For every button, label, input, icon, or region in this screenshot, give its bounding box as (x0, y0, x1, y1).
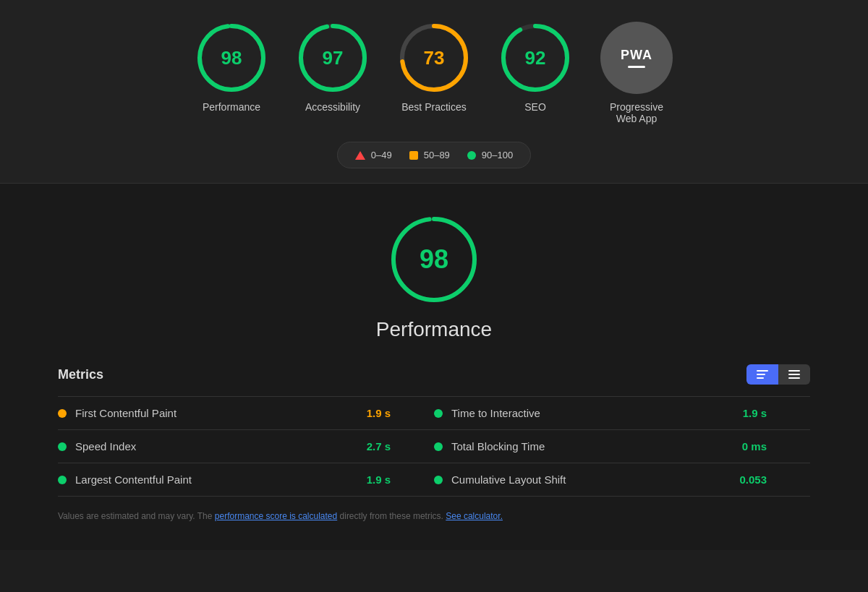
score-item-performance: 98 Performance (195, 22, 268, 113)
gauge-accessibility: 97 (297, 22, 369, 94)
score-value-best-practices: 73 (424, 47, 445, 69)
metrics-row-3: Largest Contentful Paint 1.9 s Cumulativ… (58, 463, 810, 496)
metrics-title: Metrics (58, 367, 103, 382)
gauge-best-practices: 73 (398, 22, 470, 94)
main-gauge: 98 (387, 213, 481, 306)
metric-fcp: First Contentful Paint 1.9 s (58, 407, 434, 419)
score-value-accessibility: 97 (323, 47, 344, 69)
score-item-seo: 92 SEO (499, 22, 571, 113)
legend-range-average: 50–89 (424, 150, 450, 160)
metric-dot-cls (434, 476, 443, 484)
footer-text-prefix: Values are estimated and may vary. The (58, 511, 215, 521)
metrics-row-1: First Contentful Paint 1.9 s Time to Int… (58, 397, 810, 429)
legend-range-fail: 0–49 (371, 150, 392, 160)
legend-item-pass: 90–100 (467, 150, 513, 160)
metric-si: Speed Index 2.7 s (58, 440, 434, 452)
score-item-accessibility: 97 Accessibility (297, 22, 369, 113)
scores-row: 98 Performance 97 Accessibility (195, 22, 673, 124)
score-label-performance: Performance (203, 101, 260, 113)
metric-value-si: 2.7 s (367, 440, 434, 452)
gauge-performance: 98 (195, 22, 268, 94)
metric-name-cls: Cumulative Layout Shift (451, 473, 731, 486)
top-scores-section: 98 Performance 97 Accessibility (0, 0, 868, 184)
main-score-value: 98 (420, 244, 448, 275)
view-toggle (746, 364, 810, 385)
metric-dot-fcp (58, 409, 67, 418)
legend: 0–49 50–89 90–100 (337, 142, 531, 168)
footer-note: Values are estimated and may vary. The p… (58, 511, 810, 521)
metric-name-tti: Time to Interactive (451, 407, 734, 419)
metrics-grid: First Contentful Paint 1.9 s Time to Int… (58, 396, 810, 497)
metrics-header: Metrics (58, 364, 810, 385)
score-item-pwa: PWA Progressive Web App (600, 22, 673, 124)
list-icon (788, 370, 800, 379)
metric-dot-tti (434, 409, 443, 418)
main-score-label: Performance (376, 318, 492, 341)
score-item-best-practices: 73 Best Practices (398, 22, 470, 113)
footer-link-see-calculator[interactable]: See calculator. (446, 511, 503, 521)
pwa-badge: PWA (600, 22, 673, 94)
toggle-bar-view[interactable] (746, 364, 778, 385)
metric-tbt: Total Blocking Time 0 ms (434, 440, 810, 452)
metric-name-si: Speed Index (75, 440, 358, 452)
main-section: 98 Performance Metrics (0, 184, 868, 550)
metric-dot-lcp (58, 476, 67, 484)
toggle-list-view[interactable] (778, 364, 810, 385)
legend-item-fail: 0–49 (355, 150, 392, 160)
bar-chart-icon (757, 370, 768, 379)
metric-value-cls: 0.053 (739, 473, 810, 486)
score-label-pwa: Progressive Web App (600, 101, 673, 124)
metric-name-tbt: Total Blocking Time (451, 440, 733, 452)
score-label-best-practices: Best Practices (401, 101, 466, 113)
pwa-dash-icon (628, 66, 645, 68)
metrics-divider-bottom (58, 496, 810, 497)
metric-dot-si (58, 442, 67, 451)
score-label-seo: SEO (524, 101, 546, 113)
average-icon (409, 151, 418, 160)
metrics-container: Metrics (58, 364, 810, 521)
score-value-seo: 92 (525, 47, 546, 69)
metric-dot-tbt (434, 442, 443, 451)
metric-cls: Cumulative Layout Shift 0.053 (434, 473, 810, 486)
legend-item-average: 50–89 (409, 150, 450, 160)
footer-link-calculator[interactable]: performance score is calculated (215, 511, 337, 521)
fail-icon (355, 151, 365, 160)
metric-name-lcp: Largest Contentful Paint (75, 473, 358, 486)
pwa-text: PWA (621, 48, 652, 63)
score-value-performance: 98 (221, 47, 242, 69)
footer-text-middle: directly from these metrics. (337, 511, 446, 521)
metric-value-fcp: 1.9 s (367, 407, 434, 419)
metric-value-lcp: 1.9 s (367, 473, 434, 486)
gauge-seo: 92 (499, 22, 571, 94)
metric-value-tbt: 0 ms (742, 440, 810, 452)
pass-icon (467, 151, 476, 160)
metrics-row-2: Speed Index 2.7 s Total Blocking Time 0 … (58, 430, 810, 463)
metric-name-fcp: First Contentful Paint (75, 407, 358, 419)
legend-range-pass: 90–100 (482, 150, 513, 160)
metric-tti: Time to Interactive 1.9 s (434, 407, 810, 419)
metric-lcp: Largest Contentful Paint 1.9 s (58, 473, 434, 486)
score-label-accessibility: Accessibility (305, 101, 360, 113)
metric-value-tti: 1.9 s (743, 407, 810, 419)
